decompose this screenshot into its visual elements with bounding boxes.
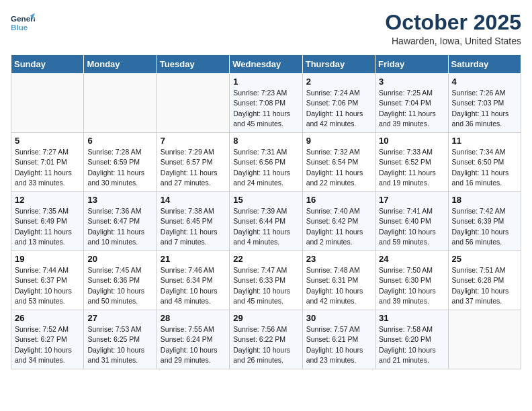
day-info: Sunrise: 7:47 AM Sunset: 6:33 PM Dayligh… [233,265,298,306]
day-info: Sunrise: 7:29 AM Sunset: 6:57 PM Dayligh… [161,147,226,188]
cell-w4-d2: 28Sunrise: 7:55 AM Sunset: 6:24 PM Dayli… [157,310,229,369]
month-title: October 2025 [385,11,521,34]
col-friday: Friday [375,55,448,74]
col-tuesday: Tuesday [157,55,229,74]
day-number: 22 [233,254,298,264]
col-wednesday: Wednesday [230,55,302,74]
week-row-4: 19Sunrise: 7:44 AM Sunset: 6:37 PM Dayli… [11,251,521,310]
cell-w3-d6: 25Sunrise: 7:51 AM Sunset: 6:28 PM Dayli… [448,251,521,310]
day-number: 15 [233,195,298,205]
cell-w4-d0: 26Sunrise: 7:52 AM Sunset: 6:27 PM Dayli… [11,310,84,369]
day-number: 6 [87,136,152,146]
cell-w2-d3: 15Sunrise: 7:39 AM Sunset: 6:44 PM Dayli… [230,192,302,251]
week-row-2: 5Sunrise: 7:27 AM Sunset: 7:01 PM Daylig… [11,133,521,192]
day-info: Sunrise: 7:32 AM Sunset: 6:54 PM Dayligh… [306,147,371,188]
header: General Blue October 2025 Hawarden, Iowa… [11,11,521,46]
day-info: Sunrise: 7:56 AM Sunset: 6:22 PM Dayligh… [233,324,298,365]
day-info: Sunrise: 7:26 AM Sunset: 7:03 PM Dayligh… [452,88,517,129]
day-number: 29 [233,313,298,323]
cell-w0-d3: 1Sunrise: 7:23 AM Sunset: 7:08 PM Daylig… [230,74,302,133]
day-info: Sunrise: 7:24 AM Sunset: 7:06 PM Dayligh… [306,88,371,129]
day-info: Sunrise: 7:52 AM Sunset: 6:27 PM Dayligh… [15,324,80,365]
day-info: Sunrise: 7:50 AM Sunset: 6:30 PM Dayligh… [379,265,444,306]
cell-w0-d6: 4Sunrise: 7:26 AM Sunset: 7:03 PM Daylig… [448,74,521,133]
day-number: 24 [379,254,444,264]
day-number: 14 [161,195,226,205]
day-number: 13 [87,195,152,205]
day-info: Sunrise: 7:28 AM Sunset: 6:59 PM Dayligh… [87,147,152,188]
day-info: Sunrise: 7:34 AM Sunset: 6:50 PM Dayligh… [452,147,517,188]
day-number: 4 [452,77,517,87]
cell-w2-d2: 14Sunrise: 7:38 AM Sunset: 6:45 PM Dayli… [157,192,229,251]
cell-w3-d5: 24Sunrise: 7:50 AM Sunset: 6:30 PM Dayli… [375,251,448,310]
day-info: Sunrise: 7:51 AM Sunset: 6:28 PM Dayligh… [452,265,517,306]
cell-w4-d4: 30Sunrise: 7:57 AM Sunset: 6:21 PM Dayli… [302,310,375,369]
day-number: 30 [306,313,371,323]
logo: General Blue [11,11,35,35]
day-info: Sunrise: 7:44 AM Sunset: 6:37 PM Dayligh… [15,265,80,306]
day-number: 26 [15,313,80,323]
cell-w1-d5: 10Sunrise: 7:33 AM Sunset: 6:52 PM Dayli… [375,133,448,192]
day-number: 21 [161,254,226,264]
cell-w3-d4: 23Sunrise: 7:48 AM Sunset: 6:31 PM Dayli… [302,251,375,310]
cell-w1-d6: 11Sunrise: 7:34 AM Sunset: 6:50 PM Dayli… [448,133,521,192]
calendar-body: 1Sunrise: 7:23 AM Sunset: 7:08 PM Daylig… [11,74,521,369]
col-thursday: Thursday [302,55,375,74]
day-number: 28 [161,313,226,323]
day-number: 16 [306,195,371,205]
day-number: 1 [233,77,298,87]
day-number: 20 [87,254,152,264]
week-row-3: 12Sunrise: 7:35 AM Sunset: 6:49 PM Dayli… [11,192,521,251]
day-info: Sunrise: 7:40 AM Sunset: 6:42 PM Dayligh… [306,206,371,247]
day-number: 9 [306,136,371,146]
cell-w4-d3: 29Sunrise: 7:56 AM Sunset: 6:22 PM Dayli… [230,310,302,369]
day-info: Sunrise: 7:53 AM Sunset: 6:25 PM Dayligh… [87,324,152,365]
location: Hawarden, Iowa, United States [385,36,521,46]
day-info: Sunrise: 7:48 AM Sunset: 6:31 PM Dayligh… [306,265,371,306]
day-info: Sunrise: 7:33 AM Sunset: 6:52 PM Dayligh… [379,147,444,188]
col-sunday: Sunday [11,55,84,74]
day-number: 7 [161,136,226,146]
cell-w2-d6: 18Sunrise: 7:42 AM Sunset: 6:39 PM Dayli… [448,192,521,251]
day-number: 5 [15,136,80,146]
day-info: Sunrise: 7:27 AM Sunset: 7:01 PM Dayligh… [15,147,80,188]
cell-w0-d4: 2Sunrise: 7:24 AM Sunset: 7:06 PM Daylig… [302,74,375,133]
cell-w2-d5: 17Sunrise: 7:41 AM Sunset: 6:40 PM Dayli… [375,192,448,251]
cell-w1-d2: 7Sunrise: 7:29 AM Sunset: 6:57 PM Daylig… [157,133,229,192]
day-number: 3 [379,77,444,87]
cell-w3-d3: 22Sunrise: 7:47 AM Sunset: 6:33 PM Dayli… [230,251,302,310]
header-row: Sunday Monday Tuesday Wednesday Thursday… [11,55,521,74]
day-info: Sunrise: 7:36 AM Sunset: 6:47 PM Dayligh… [87,206,152,247]
day-info: Sunrise: 7:38 AM Sunset: 6:45 PM Dayligh… [161,206,226,247]
day-info: Sunrise: 7:57 AM Sunset: 6:21 PM Dayligh… [306,324,371,365]
cell-w3-d0: 19Sunrise: 7:44 AM Sunset: 6:37 PM Dayli… [11,251,84,310]
logo-icon: General Blue [11,11,35,35]
day-number: 8 [233,136,298,146]
cell-w4-d5: 31Sunrise: 7:58 AM Sunset: 6:20 PM Dayli… [375,310,448,369]
cell-w2-d1: 13Sunrise: 7:36 AM Sunset: 6:47 PM Dayli… [84,192,157,251]
cell-w1-d4: 9Sunrise: 7:32 AM Sunset: 6:54 PM Daylig… [302,133,375,192]
day-info: Sunrise: 7:45 AM Sunset: 6:36 PM Dayligh… [87,265,152,306]
day-number: 17 [379,195,444,205]
cell-w2-d4: 16Sunrise: 7:40 AM Sunset: 6:42 PM Dayli… [302,192,375,251]
cell-w3-d1: 20Sunrise: 7:45 AM Sunset: 6:36 PM Dayli… [84,251,157,310]
week-row-1: 1Sunrise: 7:23 AM Sunset: 7:08 PM Daylig… [11,74,521,133]
day-number: 19 [15,254,80,264]
cell-w1-d3: 8Sunrise: 7:31 AM Sunset: 6:56 PM Daylig… [230,133,302,192]
day-number: 31 [379,313,444,323]
day-number: 11 [452,136,517,146]
calendar-table: Sunday Monday Tuesday Wednesday Thursday… [11,54,521,369]
cell-w4-d6 [448,310,521,369]
week-row-5: 26Sunrise: 7:52 AM Sunset: 6:27 PM Dayli… [11,310,521,369]
cell-w1-d1: 6Sunrise: 7:28 AM Sunset: 6:59 PM Daylig… [84,133,157,192]
day-info: Sunrise: 7:46 AM Sunset: 6:34 PM Dayligh… [161,265,226,306]
day-number: 23 [306,254,371,264]
cell-w0-d2 [157,74,229,133]
day-number: 18 [452,195,517,205]
day-info: Sunrise: 7:39 AM Sunset: 6:44 PM Dayligh… [233,206,298,247]
cell-w3-d2: 21Sunrise: 7:46 AM Sunset: 6:34 PM Dayli… [157,251,229,310]
day-info: Sunrise: 7:41 AM Sunset: 6:40 PM Dayligh… [379,206,444,247]
title-block: October 2025 Hawarden, Iowa, United Stat… [385,11,521,46]
day-info: Sunrise: 7:31 AM Sunset: 6:56 PM Dayligh… [233,147,298,188]
col-monday: Monday [84,55,157,74]
